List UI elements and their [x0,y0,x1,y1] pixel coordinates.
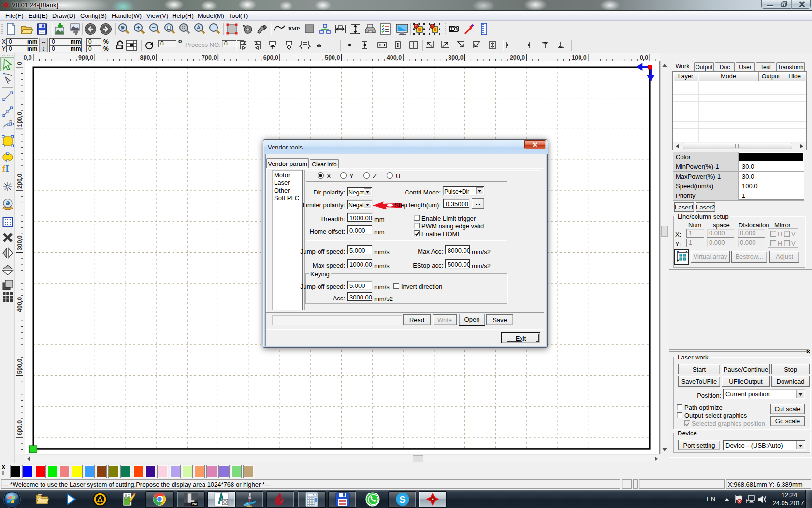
svg-text:600.0: 600.0 [263,54,278,61]
svg-text:0: 0 [16,62,23,65]
svg-text:1000.0: 1000.0 [24,54,32,61]
svg-text:400.0: 400.0 [16,297,23,312]
svg-text:200.0: 200.0 [510,54,525,61]
svg-text:600.0: 600.0 [16,420,23,435]
svg-text:300.0: 300.0 [16,235,23,250]
svg-text:200.0: 200.0 [16,174,23,189]
svg-text:500.0: 500.0 [16,359,23,374]
svg-text:400.0: 400.0 [387,54,402,61]
svg-text:0.0: 0.0 [640,54,648,61]
svg-text:PRO: PRO [192,502,198,506]
svg-text:800.0: 800.0 [140,54,155,61]
svg-text:700.0: 700.0 [202,54,217,61]
svg-text:100.0: 100.0 [571,54,586,61]
svg-text:500.0: 500.0 [325,54,340,61]
svg-text:100.0: 100.0 [16,112,23,127]
svg-text:300.0: 300.0 [448,54,463,61]
svg-text:S: S [399,494,406,505]
svg-text:900.0: 900.0 [78,54,93,61]
